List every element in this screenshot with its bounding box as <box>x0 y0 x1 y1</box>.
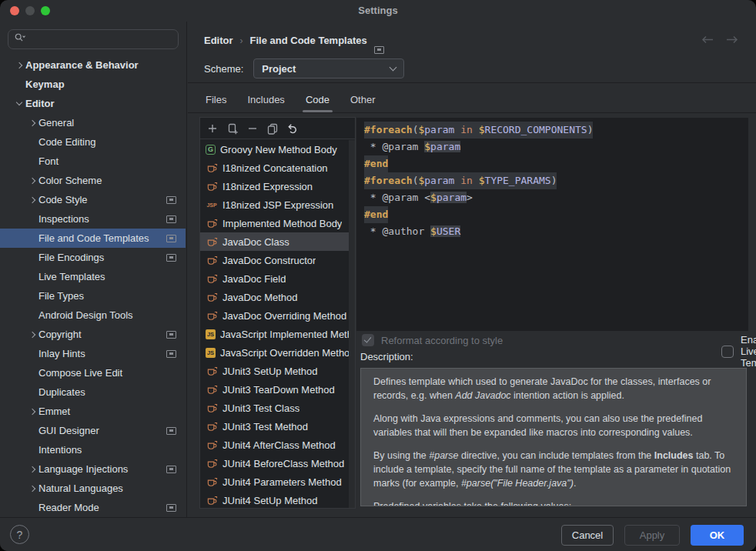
live-templates-checkbox[interactable] <box>721 346 734 358</box>
template-item-junit3-test-class[interactable]: JUnit3 Test Class <box>200 399 349 417</box>
template-item-junit4-setup-method[interactable]: JUnit4 SetUp Method <box>200 491 349 508</box>
java-template-icon <box>206 180 218 192</box>
cancel-button[interactable]: Cancel <box>561 525 614 546</box>
breadcrumb-item-editor[interactable]: Editor <box>204 35 233 46</box>
template-item-label: JUnit4 BeforeClass Method <box>222 458 344 469</box>
ok-button[interactable]: OK <box>691 525 744 546</box>
sidebar-item-label: Copyright <box>38 329 82 340</box>
duplicate-template-button[interactable] <box>226 122 239 135</box>
sidebar-item-inspections[interactable]: Inspections <box>0 209 186 229</box>
tab-other[interactable]: Other <box>350 92 376 107</box>
screen-icon <box>374 46 384 54</box>
screen-icon <box>166 196 176 204</box>
sidebar-item-code-style[interactable]: Code Style <box>0 190 186 209</box>
back-arrow-icon[interactable] <box>701 35 714 45</box>
template-item-junit3-test-method[interactable]: JUnit3 Test Method <box>200 417 349 436</box>
tab-includes[interactable]: Includes <box>246 92 285 107</box>
sidebar-item-file-types[interactable]: File Types <box>0 286 186 306</box>
sidebar-item-intentions[interactable]: Intentions <box>0 440 186 459</box>
template-item-groovy-new-method-body[interactable]: GGroovy New Method Body <box>200 140 349 159</box>
reset-template-button[interactable] <box>286 122 299 135</box>
sidebar-item-language-injections[interactable]: Language Injections <box>0 459 186 479</box>
template-item-label: Groovy New Method Body <box>220 144 337 155</box>
template-item-javascript-overridden-method[interactable]: JSJavaScript Overridden Method <box>200 343 349 362</box>
sidebar-item-duplicates[interactable]: Duplicates <box>0 382 186 402</box>
chevron-right-icon <box>28 485 35 491</box>
java-template-icon <box>206 254 218 266</box>
tab-files[interactable]: Files <box>205 92 227 107</box>
sidebar-item-label: Code Editing <box>38 136 95 148</box>
sidebar-item-editor[interactable]: Editor <box>0 94 186 113</box>
sidebar-item-label: Keymap <box>25 78 65 90</box>
chevron-right-icon <box>15 62 22 68</box>
template-item-junit4-beforeclass-method[interactable]: JUnit4 BeforeClass Method <box>200 454 349 473</box>
sidebar-item-appearance-behavior[interactable]: Appearance & Behavior <box>0 55 186 75</box>
reformat-checkbox[interactable] <box>362 334 374 346</box>
breadcrumb-item-file-and-code-templates[interactable]: File and Code Templates <box>250 35 367 46</box>
sidebar-item-gui-designer[interactable]: GUI Designer <box>0 421 186 440</box>
help-button[interactable]: ? <box>10 525 29 544</box>
sidebar-item-label: Inlay Hints <box>38 348 85 359</box>
forward-arrow-icon[interactable] <box>725 35 739 45</box>
template-item-javadoc-class[interactable]: JavaDoc Class <box>200 232 349 251</box>
sidebar-item-natural-languages[interactable]: Natural Languages <box>0 479 186 498</box>
tab-code[interactable]: Code <box>305 92 330 107</box>
search-input[interactable] <box>8 29 179 49</box>
template-item-javadoc-method[interactable]: JavaDoc Method <box>200 288 349 306</box>
copy-template-button[interactable] <box>266 122 279 135</box>
sidebar-item-label: File and Code Templates <box>38 232 149 244</box>
template-item-implemented-method-body[interactable]: Implemented Method Body <box>200 214 349 232</box>
sidebar-item-general[interactable]: General <box>0 113 186 132</box>
sidebar-item-android-design-tools[interactable]: Android Design Tools <box>0 306 186 325</box>
sidebar-item-emmet[interactable]: Emmet <box>0 402 186 421</box>
template-item-javadoc-field[interactable]: JavaDoc Field <box>200 269 349 288</box>
tabs: FilesIncludesCodeOther <box>205 87 376 112</box>
sidebar-item-inlay-hints[interactable]: Inlay Hints <box>0 344 186 363</box>
sidebar-item-label: GUI Designer <box>38 425 99 436</box>
sidebar-item-label: Compose Live Edit <box>38 367 122 379</box>
template-item-javadoc-constructor[interactable]: JavaDoc Constructor <box>200 251 349 269</box>
apply-button[interactable]: Apply <box>624 525 680 546</box>
sidebar-item-label: Intentions <box>38 444 82 456</box>
description-panel: Defines template which used to generate … <box>360 368 747 506</box>
sidebar-item-file-encodings[interactable]: File Encodings <box>0 248 186 267</box>
sidebar-item-code-editing[interactable]: Code Editing <box>0 132 186 152</box>
sidebar-item-compose-live-edit[interactable]: Compose Live Edit <box>0 363 186 382</box>
template-item-junit4-parameters-method[interactable]: JUnit4 Parameters Method <box>200 473 349 491</box>
sidebar-item-font[interactable]: Font <box>0 152 186 171</box>
template-item-junit3-teardown-method[interactable]: JUnit3 TearDown Method <box>200 380 349 399</box>
sidebar-item-live-templates[interactable]: Live Templates <box>0 267 186 286</box>
template-item-label: JavaScript Overridden Method <box>220 347 349 359</box>
scheme-label: Scheme: <box>204 63 243 75</box>
history-nav <box>701 35 739 45</box>
template-item-i18nized-expression[interactable]: I18nized Expression <box>200 177 349 195</box>
template-item-i18nized-concatenation[interactable]: I18nized Concatenation <box>200 159 349 177</box>
template-item-junit3-setup-method[interactable]: JUnit3 SetUp Method <box>200 362 349 380</box>
sidebar-item-reader-mode[interactable]: Reader Mode <box>0 498 186 517</box>
add-template-button[interactable] <box>206 122 219 135</box>
sidebar-item-color-scheme[interactable]: Color Scheme <box>0 171 186 190</box>
template-item-i18nized-jsp-expression[interactable]: JSPI18nized JSP Expression <box>200 195 349 214</box>
remove-template-button[interactable] <box>246 122 259 135</box>
template-item-javascript-implemented-method[interactable]: JSJavaScript Implemented Method <box>200 325 349 343</box>
js-template-icon: JS <box>206 329 216 339</box>
breadcrumb: Editor › File and Code Templates <box>204 31 384 50</box>
template-item-label: JUnit4 SetUp Method <box>222 495 318 506</box>
template-list-panel: GGroovy New Method BodyI18nized Concaten… <box>199 117 356 509</box>
sidebar-item-file-and-code-templates[interactable]: File and Code Templates <box>0 229 186 248</box>
chevron-down-icon <box>390 64 397 72</box>
java-template-icon <box>206 309 218 322</box>
template-code-editor[interactable]: #foreach($param in $RECORD_COMPONENTS) *… <box>356 118 748 331</box>
sidebar-item-label: Android Design Tools <box>38 309 133 321</box>
java-template-icon <box>206 439 218 451</box>
live-templates-label: Enable Live Templates <box>741 334 756 369</box>
sidebar-item-label: File Types <box>38 290 84 302</box>
template-item-junit4-afterclass-method[interactable]: JUnit4 AfterClass Method <box>200 436 349 454</box>
template-item-javadoc-overriding-method[interactable]: JavaDoc Overriding Method <box>200 306 349 325</box>
template-item-label: JUnit3 Test Method <box>222 421 308 432</box>
sidebar-item-copyright[interactable]: Copyright <box>0 325 186 344</box>
settings-sidebar: Appearance & BehaviorKeymapEditorGeneral… <box>0 22 187 517</box>
scheme-select[interactable]: Project <box>253 58 404 78</box>
sidebar-item-keymap[interactable]: Keymap <box>0 75 186 94</box>
template-list-scrollbar[interactable] <box>349 140 355 508</box>
